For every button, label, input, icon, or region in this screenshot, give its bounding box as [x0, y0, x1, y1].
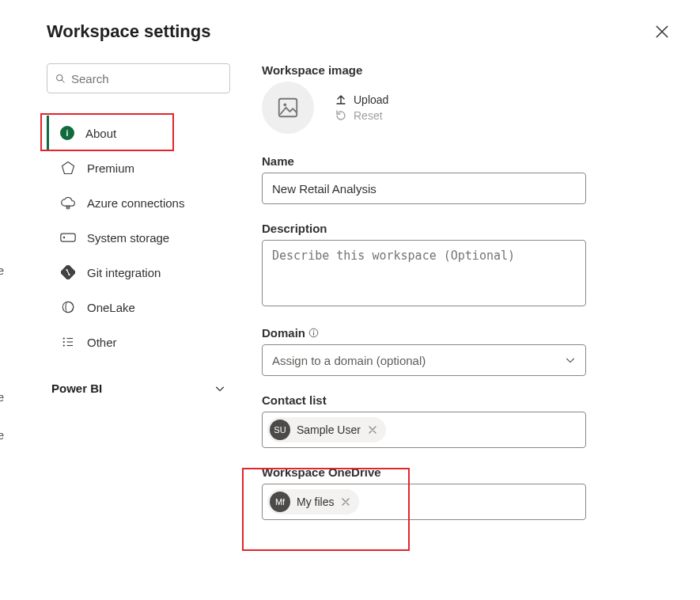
nav-item-onelake[interactable]: OneLake — [47, 290, 230, 325]
nav-label-other: Other — [87, 336, 117, 349]
onedrive-input[interactable]: Mf My files — [262, 484, 586, 520]
chevron-down-icon — [214, 383, 225, 394]
info-icon: i — [60, 126, 74, 140]
nav-item-git[interactable]: Git integration — [47, 255, 230, 290]
domain-select[interactable]: Assign to a domain (optional) — [262, 344, 586, 376]
onedrive-chip: Mf My files — [267, 489, 359, 515]
close-icon — [369, 426, 376, 434]
onelake-icon — [60, 300, 76, 314]
svg-point-17 — [313, 330, 314, 331]
svg-point-8 — [63, 337, 65, 339]
domain-label: Domain — [262, 326, 305, 340]
nav-label-about: About — [85, 127, 116, 140]
domain-group: Domain Assign to a domain (optional) — [262, 326, 675, 376]
search-input[interactable] — [71, 72, 221, 85]
powerbi-label: Power BI — [51, 382, 102, 395]
name-label: Name — [262, 154, 675, 168]
premium-icon — [60, 161, 76, 175]
contact-list-input[interactable]: SU Sample User — [262, 412, 586, 448]
name-input[interactable] — [262, 173, 586, 204]
close-button[interactable] — [649, 19, 675, 44]
svg-point-10 — [63, 344, 65, 346]
nav-item-azure[interactable]: Azure connections — [47, 185, 230, 220]
image-icon — [276, 96, 300, 120]
form-column: Workspace image Upload — [262, 63, 675, 600]
reset-button: Reset — [335, 109, 388, 122]
onedrive-chip-text: My files — [297, 496, 334, 508]
nav-item-about[interactable]: i About — [47, 116, 230, 150]
onedrive-chip-avatar: Mf — [270, 492, 290, 512]
git-icon — [60, 265, 76, 279]
section-powerbi-toggle[interactable]: Power BI — [47, 378, 230, 398]
close-icon — [342, 498, 350, 506]
nav-label-git: Git integration — [87, 266, 161, 279]
nav-item-storage[interactable]: System storage — [47, 220, 230, 255]
nav-item-premium[interactable]: Premium — [47, 150, 230, 185]
contact-list-label: Contact list — [262, 393, 675, 407]
search-icon — [55, 72, 65, 85]
contact-chip-text: Sample User — [297, 423, 361, 436]
svg-point-3 — [63, 237, 66, 239]
workspace-image-placeholder — [262, 82, 314, 134]
svg-point-15 — [283, 103, 286, 106]
background-content: date mode d mode mode — [0, 0, 36, 600]
info-icon[interactable] — [308, 328, 319, 338]
contact-chip-remove[interactable] — [367, 426, 378, 434]
storage-icon — [60, 232, 76, 243]
onedrive-chip-remove[interactable] — [340, 498, 351, 506]
nav-label-onelake: OneLake — [87, 301, 135, 314]
panel-title: Workspace settings — [47, 21, 210, 42]
svg-rect-2 — [61, 234, 75, 241]
chevron-down-icon — [565, 355, 576, 366]
other-icon — [60, 335, 76, 349]
description-group: Description — [262, 222, 675, 309]
svg-rect-18 — [313, 332, 314, 336]
search-input-wrapper[interactable] — [47, 63, 230, 93]
settings-panel: Workspace settings i About — [37, 0, 700, 600]
contact-chip: SU Sample User — [267, 417, 386, 442]
description-label: Description — [262, 222, 675, 235]
description-input[interactable] — [262, 240, 586, 306]
upload-icon — [335, 93, 347, 106]
close-icon — [655, 25, 669, 39]
contact-chip-avatar: SU — [270, 420, 290, 440]
upload-button[interactable]: Upload — [335, 93, 388, 106]
nav-label-azure: Azure connections — [87, 196, 184, 210]
left-nav-column: i About Premium Azure connections Sy — [47, 63, 230, 600]
name-group: Name — [262, 154, 675, 204]
contact-list-group: Contact list SU Sample User — [262, 393, 675, 448]
cloud-icon — [60, 195, 76, 211]
onedrive-group: Workspace OneDrive Mf My files — [262, 465, 675, 520]
onedrive-label: Workspace OneDrive — [262, 465, 675, 479]
svg-point-9 — [63, 341, 65, 343]
workspace-image-group: Workspace image Upload — [262, 63, 675, 134]
svg-point-0 — [57, 75, 63, 82]
nav-item-other[interactable]: Other — [47, 325, 230, 359]
svg-line-1 — [62, 80, 64, 82]
nav-label-storage: System storage — [87, 231, 169, 245]
nav-label-premium: Premium — [87, 161, 134, 175]
svg-rect-14 — [279, 99, 297, 117]
workspace-image-label: Workspace image — [262, 63, 675, 77]
reset-icon — [335, 109, 347, 122]
